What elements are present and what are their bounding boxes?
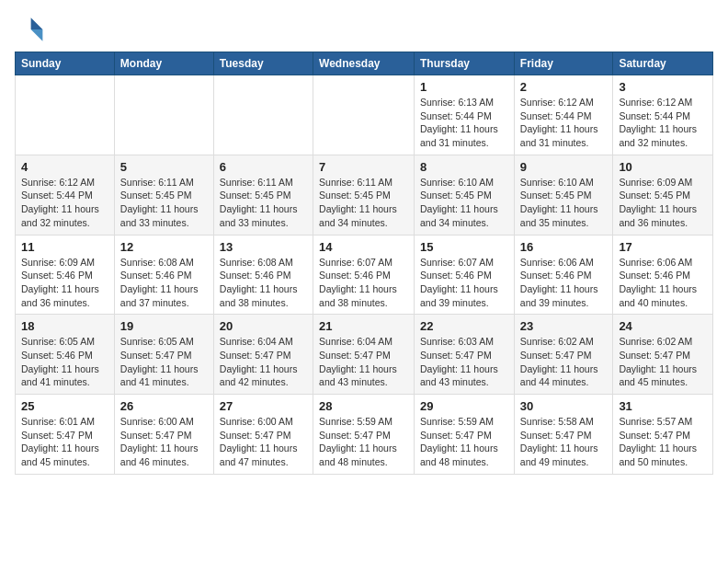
day-number: 15 bbox=[420, 240, 508, 254]
page-header bbox=[15, 15, 713, 44]
day-info: Sunrise: 5:59 AMSunset: 5:47 PMDaylight:… bbox=[319, 415, 408, 469]
calendar-cell: 31Sunrise: 5:57 AMSunset: 5:47 PMDayligh… bbox=[613, 395, 713, 475]
day-number: 18 bbox=[21, 319, 108, 333]
calendar-cell bbox=[213, 75, 313, 155]
day-info: Sunrise: 6:07 AMSunset: 5:46 PMDaylight:… bbox=[319, 256, 408, 310]
day-number: 14 bbox=[319, 240, 408, 254]
day-number: 4 bbox=[21, 160, 108, 174]
day-info: Sunrise: 6:11 AMSunset: 5:45 PMDaylight:… bbox=[220, 176, 307, 230]
calendar-cell: 8Sunrise: 6:10 AMSunset: 5:45 PMDaylight… bbox=[415, 155, 515, 235]
day-number: 24 bbox=[619, 319, 707, 333]
day-info: Sunrise: 6:12 AMSunset: 5:44 PMDaylight:… bbox=[520, 96, 608, 150]
day-info: Sunrise: 6:10 AMSunset: 5:45 PMDaylight:… bbox=[420, 176, 508, 230]
day-info: Sunrise: 5:57 AMSunset: 5:47 PMDaylight:… bbox=[619, 415, 707, 469]
calendar-cell: 10Sunrise: 6:09 AMSunset: 5:45 PMDayligh… bbox=[613, 155, 713, 235]
day-number: 16 bbox=[520, 240, 608, 254]
day-number: 17 bbox=[619, 240, 707, 254]
calendar-cell: 5Sunrise: 6:11 AMSunset: 5:45 PMDaylight… bbox=[114, 155, 213, 235]
calendar-cell: 30Sunrise: 5:58 AMSunset: 5:47 PMDayligh… bbox=[514, 395, 613, 475]
day-number: 26 bbox=[120, 399, 208, 413]
calendar-cell: 4Sunrise: 6:12 AMSunset: 5:44 PMDaylight… bbox=[16, 155, 115, 235]
day-info: Sunrise: 6:07 AMSunset: 5:46 PMDaylight:… bbox=[420, 256, 508, 310]
calendar-cell: 26Sunrise: 6:00 AMSunset: 5:47 PMDayligh… bbox=[114, 395, 213, 475]
day-number: 22 bbox=[420, 319, 508, 333]
calendar-cell: 13Sunrise: 6:08 AMSunset: 5:46 PMDayligh… bbox=[213, 235, 313, 315]
day-number: 25 bbox=[21, 399, 108, 413]
calendar-cell: 3Sunrise: 6:12 AMSunset: 5:44 PMDaylight… bbox=[613, 75, 713, 155]
calendar-cell: 18Sunrise: 6:05 AMSunset: 5:46 PMDayligh… bbox=[16, 315, 115, 395]
calendar-cell: 9Sunrise: 6:10 AMSunset: 5:45 PMDaylight… bbox=[514, 155, 613, 235]
day-info: Sunrise: 6:13 AMSunset: 5:44 PMDaylight:… bbox=[420, 96, 508, 150]
day-number: 27 bbox=[220, 399, 307, 413]
weekday-header-monday: Monday bbox=[114, 52, 213, 75]
weekday-header-tuesday: Tuesday bbox=[213, 52, 313, 75]
day-info: Sunrise: 6:05 AMSunset: 5:46 PMDaylight:… bbox=[21, 335, 108, 389]
day-number: 28 bbox=[319, 399, 408, 413]
calendar-cell: 28Sunrise: 5:59 AMSunset: 5:47 PMDayligh… bbox=[313, 395, 415, 475]
day-info: Sunrise: 6:00 AMSunset: 5:47 PMDaylight:… bbox=[220, 415, 307, 469]
calendar-cell: 27Sunrise: 6:00 AMSunset: 5:47 PMDayligh… bbox=[213, 395, 313, 475]
calendar-cell bbox=[114, 75, 213, 155]
calendar-cell: 1Sunrise: 6:13 AMSunset: 5:44 PMDaylight… bbox=[415, 75, 515, 155]
day-number: 6 bbox=[220, 160, 307, 174]
day-number: 29 bbox=[420, 399, 508, 413]
day-info: Sunrise: 6:00 AMSunset: 5:47 PMDaylight:… bbox=[120, 415, 208, 469]
day-info: Sunrise: 6:02 AMSunset: 5:47 PMDaylight:… bbox=[520, 335, 608, 389]
day-number: 3 bbox=[619, 80, 707, 94]
day-number: 13 bbox=[220, 240, 307, 254]
day-info: Sunrise: 6:10 AMSunset: 5:45 PMDaylight:… bbox=[520, 176, 608, 230]
calendar-cell: 22Sunrise: 6:03 AMSunset: 5:47 PMDayligh… bbox=[415, 315, 515, 395]
calendar-cell: 11Sunrise: 6:09 AMSunset: 5:46 PMDayligh… bbox=[16, 235, 115, 315]
calendar-cell: 24Sunrise: 6:02 AMSunset: 5:47 PMDayligh… bbox=[613, 315, 713, 395]
day-number: 19 bbox=[120, 319, 208, 333]
day-info: Sunrise: 5:59 AMSunset: 5:47 PMDaylight:… bbox=[420, 415, 508, 469]
day-number: 21 bbox=[319, 319, 408, 333]
day-info: Sunrise: 6:08 AMSunset: 5:46 PMDaylight:… bbox=[120, 256, 208, 310]
day-info: Sunrise: 6:06 AMSunset: 5:46 PMDaylight:… bbox=[520, 256, 608, 310]
weekday-header-thursday: Thursday bbox=[415, 52, 515, 75]
day-number: 31 bbox=[619, 399, 707, 413]
calendar-header: SundayMondayTuesdayWednesdayThursdayFrid… bbox=[16, 52, 713, 75]
calendar-cell: 12Sunrise: 6:08 AMSunset: 5:46 PMDayligh… bbox=[114, 235, 213, 315]
day-info: Sunrise: 6:01 AMSunset: 5:47 PMDaylight:… bbox=[21, 415, 108, 469]
calendar-cell: 20Sunrise: 6:04 AMSunset: 5:47 PMDayligh… bbox=[213, 315, 313, 395]
day-number: 20 bbox=[220, 319, 307, 333]
day-number: 23 bbox=[520, 319, 608, 333]
day-info: Sunrise: 6:03 AMSunset: 5:47 PMDaylight:… bbox=[420, 335, 508, 389]
day-info: Sunrise: 6:05 AMSunset: 5:47 PMDaylight:… bbox=[120, 335, 208, 389]
day-info: Sunrise: 6:08 AMSunset: 5:46 PMDaylight:… bbox=[220, 256, 307, 310]
day-info: Sunrise: 6:12 AMSunset: 5:44 PMDaylight:… bbox=[619, 96, 707, 150]
calendar-cell bbox=[313, 75, 415, 155]
calendar-cell: 19Sunrise: 6:05 AMSunset: 5:47 PMDayligh… bbox=[114, 315, 213, 395]
svg-marker-0 bbox=[31, 17, 43, 29]
logo-icon bbox=[15, 15, 44, 44]
weekday-header-friday: Friday bbox=[514, 52, 613, 75]
calendar-cell: 14Sunrise: 6:07 AMSunset: 5:46 PMDayligh… bbox=[313, 235, 415, 315]
calendar-week-5: 25Sunrise: 6:01 AMSunset: 5:47 PMDayligh… bbox=[16, 395, 713, 475]
calendar-week-3: 11Sunrise: 6:09 AMSunset: 5:46 PMDayligh… bbox=[16, 235, 713, 315]
calendar-cell: 23Sunrise: 6:02 AMSunset: 5:47 PMDayligh… bbox=[514, 315, 613, 395]
calendar-cell: 7Sunrise: 6:11 AMSunset: 5:45 PMDaylight… bbox=[313, 155, 415, 235]
day-number: 8 bbox=[420, 160, 508, 174]
day-info: Sunrise: 6:11 AMSunset: 5:45 PMDaylight:… bbox=[120, 176, 208, 230]
calendar-cell: 25Sunrise: 6:01 AMSunset: 5:47 PMDayligh… bbox=[16, 395, 115, 475]
calendar-cell: 29Sunrise: 5:59 AMSunset: 5:47 PMDayligh… bbox=[415, 395, 515, 475]
day-info: Sunrise: 6:11 AMSunset: 5:45 PMDaylight:… bbox=[319, 176, 408, 230]
calendar-cell: 17Sunrise: 6:06 AMSunset: 5:46 PMDayligh… bbox=[613, 235, 713, 315]
day-info: Sunrise: 5:58 AMSunset: 5:47 PMDaylight:… bbox=[520, 415, 608, 469]
calendar-cell: 21Sunrise: 6:04 AMSunset: 5:47 PMDayligh… bbox=[313, 315, 415, 395]
day-number: 11 bbox=[21, 240, 108, 254]
calendar-cell bbox=[16, 75, 115, 155]
calendar-cell: 15Sunrise: 6:07 AMSunset: 5:46 PMDayligh… bbox=[415, 235, 515, 315]
day-number: 1 bbox=[420, 80, 508, 94]
day-info: Sunrise: 6:02 AMSunset: 5:47 PMDaylight:… bbox=[619, 335, 707, 389]
day-number: 9 bbox=[520, 160, 608, 174]
day-info: Sunrise: 6:09 AMSunset: 5:46 PMDaylight:… bbox=[21, 256, 108, 310]
calendar-week-2: 4Sunrise: 6:12 AMSunset: 5:44 PMDaylight… bbox=[16, 155, 713, 235]
day-number: 2 bbox=[520, 80, 608, 94]
day-info: Sunrise: 6:12 AMSunset: 5:44 PMDaylight:… bbox=[21, 176, 108, 230]
weekday-header-sunday: Sunday bbox=[16, 52, 115, 75]
day-number: 12 bbox=[120, 240, 208, 254]
day-info: Sunrise: 6:09 AMSunset: 5:45 PMDaylight:… bbox=[619, 176, 707, 230]
calendar-table: SundayMondayTuesdayWednesdayThursdayFrid… bbox=[15, 52, 713, 475]
